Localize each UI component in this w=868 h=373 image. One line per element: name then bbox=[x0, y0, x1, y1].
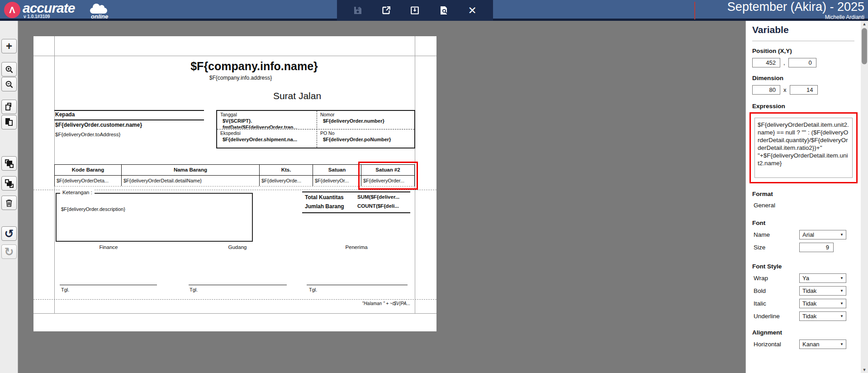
field-customer-name[interactable]: $F{deliveryOrder.customer.name} bbox=[55, 122, 142, 128]
copy-icon bbox=[5, 103, 13, 111]
dimension-label: Dimension bbox=[752, 75, 854, 81]
field-total-kuantitas[interactable]: SUM($F{deliver... bbox=[357, 194, 399, 200]
paste-icon bbox=[5, 118, 13, 126]
save-button[interactable] bbox=[349, 2, 367, 19]
dimension-separator: x bbox=[783, 86, 787, 93]
scrollbar-thumb[interactable] bbox=[862, 28, 867, 64]
total-kuantitas-label[interactable]: Total Kuantitas bbox=[305, 194, 344, 201]
redo-icon: ↻ bbox=[5, 246, 14, 258]
brand-sub: online bbox=[91, 13, 108, 20]
undo-button[interactable]: ↺ bbox=[1, 226, 17, 241]
field-tanggal[interactable]: $V{SCRIPT}. bbox=[223, 118, 252, 124]
cell-satuan[interactable]: $F{deliveryOr... bbox=[313, 176, 361, 186]
underline-value: Tidak bbox=[802, 313, 816, 320]
preview-button[interactable] bbox=[435, 2, 453, 19]
scroll-down-icon[interactable]: ▼ bbox=[861, 367, 868, 373]
footer-band-dash bbox=[33, 299, 436, 300]
wrap-select[interactable]: Ya ▼ bbox=[799, 273, 846, 283]
report-title: September (Akira) - 2025 bbox=[727, 0, 864, 14]
add-button[interactable]: + bbox=[1, 39, 17, 53]
font-size-input[interactable]: 9 bbox=[799, 243, 834, 252]
sign-penerima-label[interactable]: Penerima bbox=[334, 244, 379, 250]
field-company-name[interactable]: $F{company.info.name} bbox=[177, 60, 331, 73]
dimension-height-input[interactable]: 14 bbox=[790, 85, 818, 95]
vertical-scrollbar[interactable]: ▲ ▼ bbox=[861, 21, 868, 373]
app-version: v 1.0.1#3109 bbox=[24, 14, 50, 19]
font-label: Font bbox=[752, 220, 854, 226]
send-to-back-button[interactable] bbox=[1, 176, 17, 191]
field-description[interactable]: $F{deliveryOrder.description} bbox=[61, 206, 125, 212]
user-name: Michelle Ardianti bbox=[825, 14, 864, 20]
col-header-kts[interactable]: Kts. bbox=[259, 165, 313, 175]
bring-to-front-button[interactable] bbox=[1, 156, 17, 171]
sign-finance-label[interactable]: Finance bbox=[86, 244, 131, 250]
tgl-label-3[interactable]: Tgl. bbox=[309, 287, 317, 292]
nomor-label[interactable]: Nomor bbox=[320, 112, 335, 117]
field-nomor[interactable]: $F{deliveryOrder.number} bbox=[323, 118, 384, 124]
horizontal-select[interactable]: Kanan ▼ bbox=[799, 340, 846, 349]
col-header-nama[interactable]: Nama Barang bbox=[121, 165, 259, 175]
paste-button[interactable] bbox=[1, 115, 17, 129]
field-to-address[interactable]: $F{deliveryOrder.toAddress} bbox=[55, 132, 120, 137]
cell-kts[interactable]: $F{deliveryOrde... bbox=[259, 176, 313, 186]
zoom-out-icon bbox=[5, 80, 14, 89]
bold-row: Bold Tidak ▼ bbox=[752, 286, 854, 296]
kepada-line-top bbox=[54, 110, 204, 111]
dimension-width-input[interactable]: 80 bbox=[752, 85, 780, 95]
ekspedisi-label[interactable]: Ekspedisi bbox=[220, 130, 241, 136]
send-to-back-icon bbox=[5, 179, 13, 187]
italic-select[interactable]: Tidak ▼ bbox=[799, 299, 846, 308]
redo-button[interactable]: ↻ bbox=[1, 244, 17, 259]
accurate-logo-icon: Λ bbox=[4, 2, 20, 18]
font-name-row: Name Arial ▼ bbox=[752, 230, 854, 239]
bold-select[interactable]: Tidak ▼ bbox=[799, 286, 846, 296]
tgl-label-1[interactable]: Tgl. bbox=[61, 287, 69, 292]
import-button[interactable] bbox=[406, 2, 424, 19]
close-button[interactable]: ✕ bbox=[463, 2, 481, 19]
jumlah-barang-label[interactable]: Jumlah Barang bbox=[305, 203, 344, 210]
top-bar: Λ accurate online v 1.0.1#3109 bbox=[0, 0, 868, 21]
trash-icon bbox=[5, 199, 13, 207]
sign-gudang-label[interactable]: Gudang bbox=[215, 244, 260, 250]
delete-button[interactable] bbox=[1, 196, 17, 210]
cell-nama[interactable]: $F{deliveryOrderDetail.detailName} bbox=[121, 176, 259, 186]
underline-row: Underline Tidak ▼ bbox=[752, 311, 854, 321]
col-header-satuan[interactable]: Satuan bbox=[313, 165, 361, 175]
format-label: Format bbox=[752, 191, 854, 197]
dimension-row: 80 x 14 bbox=[752, 85, 854, 95]
font-name-select[interactable]: Arial ▼ bbox=[799, 230, 846, 239]
font-size-row: Size 9 bbox=[752, 243, 854, 252]
field-po-number[interactable]: $F{deliveryOrder.poNumber} bbox=[323, 137, 391, 142]
zoom-in-button[interactable] bbox=[1, 62, 17, 77]
field-tanggal-2[interactable]: fmtDate($F{deliveryOrder.tran... bbox=[223, 124, 298, 129]
chevron-down-icon: ▼ bbox=[840, 314, 844, 318]
font-name-label: Name bbox=[752, 231, 799, 238]
report-page[interactable]: $F{company.info.name} $F{company.info.ad… bbox=[33, 36, 436, 331]
plus-icon: + bbox=[6, 41, 12, 52]
field-page-footer[interactable]: "Halaman " + ~t$V{PA... bbox=[305, 301, 410, 306]
kepada-label[interactable]: Kepada bbox=[55, 111, 75, 118]
format-value[interactable]: General bbox=[752, 202, 854, 209]
cell-kode[interactable]: $F{deliveryOrderDeta... bbox=[55, 176, 121, 186]
kepada-line-bottom bbox=[54, 120, 204, 120]
position-x-input[interactable]: 452 bbox=[752, 58, 780, 67]
field-company-address[interactable]: $F{company.info.address} bbox=[177, 75, 304, 81]
col-header-kode[interactable]: Kode Barang bbox=[55, 165, 121, 175]
zoom-out-button[interactable] bbox=[1, 77, 17, 91]
tgl-label-2[interactable]: Tgl. bbox=[190, 287, 198, 292]
keterangan-box[interactable]: Keterangan : $F{deliveryOrder.descriptio… bbox=[56, 193, 253, 242]
expression-highlight: $F{deliveryOrderDetail.item.unit2.name} … bbox=[749, 112, 858, 183]
scroll-up-icon[interactable]: ▲ bbox=[861, 21, 868, 27]
bold-value: Tidak bbox=[802, 287, 816, 294]
doc-title[interactable]: Surat Jalan bbox=[260, 91, 335, 101]
po-label[interactable]: PO No bbox=[320, 130, 335, 136]
tanggal-label[interactable]: Tanggal bbox=[220, 112, 237, 117]
expression-input[interactable]: $F{deliveryOrderDetail.item.unit2.name} … bbox=[754, 118, 853, 178]
alignment-label: Alignment bbox=[752, 329, 854, 336]
copy-button[interactable] bbox=[1, 100, 17, 114]
underline-select[interactable]: Tidak ▼ bbox=[799, 311, 846, 321]
export-button[interactable] bbox=[377, 2, 395, 19]
field-ekspedisi[interactable]: $F{deliveryOrder.shipment.na... bbox=[223, 137, 297, 142]
field-jumlah-barang[interactable]: COUNT($F{deli... bbox=[357, 203, 399, 209]
position-y-input[interactable]: 0 bbox=[788, 58, 816, 67]
